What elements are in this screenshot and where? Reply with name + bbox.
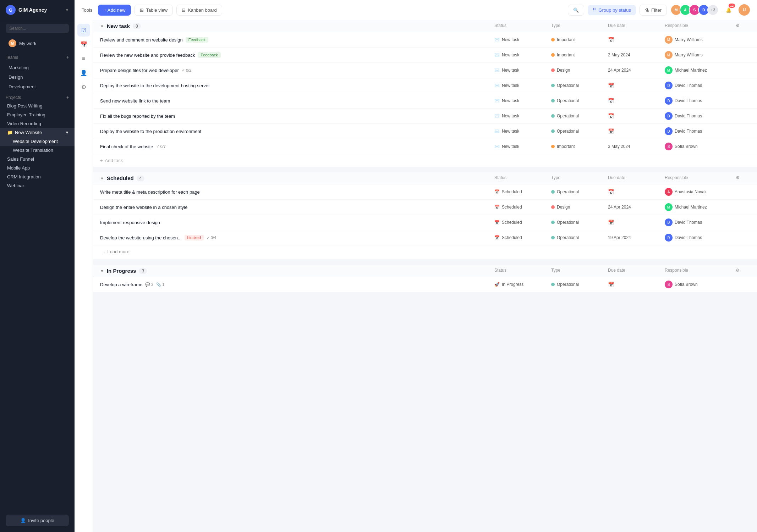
- col-due-date: Due date: [608, 23, 665, 29]
- table-row[interactable]: Final check of the website ✓ 0/7 ✉️New t…: [93, 139, 757, 154]
- search-input[interactable]: [6, 24, 69, 33]
- load-more-button[interactable]: ↓ Load more: [93, 245, 757, 259]
- table-row[interactable]: Design the entire website in a chosen st…: [93, 200, 757, 215]
- teams-section-header[interactable]: Teams +: [6, 54, 69, 61]
- col-settings[interactable]: ⚙: [736, 23, 750, 29]
- table-row[interactable]: Fix all the bugs reported by the team ✉️…: [93, 109, 757, 124]
- type-dot: [551, 205, 555, 209]
- col-status: Status: [494, 268, 551, 274]
- sidebar-item-development[interactable]: Development: [0, 82, 75, 92]
- projects-section-header: Projects +: [0, 92, 75, 101]
- add-team-icon[interactable]: +: [66, 55, 69, 60]
- status-icon: 📅: [494, 220, 500, 225]
- type-dot: [551, 38, 555, 41]
- project-website-development[interactable]: Website Development: [0, 137, 75, 146]
- project-mobile-app[interactable]: Mobile App: [0, 164, 75, 172]
- in-progress-section: ▼ In Progress 3 Status Type Due date Res…: [93, 265, 757, 292]
- person-icon[interactable]: 👤: [77, 66, 90, 79]
- table-row[interactable]: Write meta title & meta description for …: [93, 184, 757, 200]
- sidebar-item-marketing[interactable]: Marketing: [0, 63, 75, 72]
- project-new-website[interactable]: 📁 New Website ▼: [0, 128, 75, 137]
- settings-icon[interactable]: ⚙: [77, 81, 90, 93]
- table-view-button[interactable]: ⊞ Table view: [135, 5, 173, 16]
- type-dot: [551, 114, 555, 118]
- col-settings[interactable]: ⚙: [736, 268, 750, 274]
- filter-button[interactable]: ⚗ Filter: [640, 5, 667, 16]
- add-task-button[interactable]: + Add task: [93, 154, 757, 167]
- avatar: D: [665, 218, 673, 226]
- notifications-button[interactable]: 🔔 12: [722, 4, 735, 16]
- col-status: Status: [494, 23, 551, 29]
- status-icon: 📅: [494, 205, 500, 210]
- chevron-down-icon: ▼: [100, 24, 104, 28]
- type-dot: [551, 145, 555, 148]
- group-by-status-button[interactable]: ⠿ Group by status: [588, 5, 636, 15]
- project-webinar[interactable]: Webinar: [0, 181, 75, 190]
- status-icon: ✉️: [494, 68, 500, 73]
- sidebar-item-label: Website Development: [13, 139, 58, 144]
- my-work-label: My work: [19, 41, 36, 46]
- user-avatar[interactable]: U: [739, 4, 750, 16]
- table-row[interactable]: Develop the website using the chosen... …: [93, 230, 757, 245]
- new-task-section: ▼ New task 8 Status Type Due date Respon…: [93, 20, 757, 167]
- settings-icon: ⚙: [736, 23, 740, 28]
- in-progress-column-headers: ▼ In Progress 3 Status Type Due date Res…: [93, 265, 757, 277]
- group-icon: ⠿: [593, 7, 596, 13]
- sidebar-item-label: CRM Integration: [7, 174, 41, 179]
- project-video-recording[interactable]: Video Recording: [0, 119, 75, 128]
- table-row[interactable]: Deploy the website to the production env…: [93, 124, 757, 139]
- kanban-icon: ⊟: [182, 7, 186, 13]
- add-new-button[interactable]: + Add new: [98, 5, 131, 16]
- tasks-icon[interactable]: ☑: [77, 24, 90, 37]
- search-container: [0, 20, 75, 37]
- sidebar-item-label: New Website: [15, 130, 42, 135]
- avatar: D: [665, 82, 673, 89]
- project-employee-training[interactable]: Employee Training: [0, 110, 75, 119]
- collapse-btn[interactable]: ▼ In Progress 3: [100, 268, 494, 274]
- status-icon: ✉️: [494, 113, 500, 118]
- chevron-down-icon: ▼: [65, 8, 69, 12]
- section-count: 3: [139, 268, 147, 274]
- add-project-icon[interactable]: +: [66, 95, 69, 100]
- project-website-translation[interactable]: Website Translation: [0, 146, 75, 155]
- section-title-new-task: New task: [107, 23, 130, 29]
- collapse-btn[interactable]: ▼ Scheduled 4: [100, 175, 494, 181]
- calendar-icon: 📅: [608, 282, 614, 287]
- table-row[interactable]: Review the new website and provide feedb…: [93, 48, 757, 63]
- collapse-btn[interactable]: ▼ New task 8: [100, 23, 494, 29]
- table-row[interactable]: Review and comment on website design Fee…: [93, 32, 757, 48]
- col-responsible: Responsible: [665, 23, 736, 29]
- status-icon: ✉️: [494, 52, 500, 57]
- status-icon: ✉️: [494, 83, 500, 88]
- kanban-board-button[interactable]: ⊟ Kanban board: [176, 5, 222, 16]
- table-row[interactable]: Deploy the website to the development ho…: [93, 78, 757, 93]
- sidebar-header[interactable]: G GIM Agency ▼: [0, 0, 75, 20]
- search-icon: 🔍: [573, 7, 579, 13]
- project-crm-integration[interactable]: CRM Integration: [0, 172, 75, 181]
- project-blog-post[interactable]: Blog Post Writing: [0, 101, 75, 110]
- table-row[interactable]: Prepare design files for web developer ✓…: [93, 63, 757, 78]
- project-sales-funnel[interactable]: Sales Funnel: [0, 155, 75, 164]
- col-settings[interactable]: ⚙: [736, 175, 750, 181]
- list-icon[interactable]: ≡: [77, 52, 90, 65]
- sidebar-item-design[interactable]: Design: [0, 72, 75, 82]
- invite-people-button[interactable]: 👤 Invite people: [6, 515, 69, 526]
- col-type: Type: [551, 268, 608, 274]
- table-row[interactable]: Implement responsive design 📅Scheduled O…: [93, 215, 757, 230]
- status-icon: ✉️: [494, 37, 500, 42]
- table-row[interactable]: Develop a wireframe 💬 2 📎 1 🚀In Progress…: [93, 277, 757, 292]
- calendar-icon[interactable]: 📅: [77, 38, 90, 51]
- side-icons-panel: ☑ 📅 ≡ 👤 ⚙: [75, 20, 93, 532]
- tag-feedback: Feedback: [198, 52, 220, 58]
- type-dot: [551, 53, 555, 57]
- avatar: M: [665, 36, 673, 44]
- chevron-down-icon: ▼: [65, 131, 69, 134]
- calendar-icon: 📅: [608, 189, 614, 195]
- bell-icon: 🔔: [726, 7, 731, 13]
- type-dot: [551, 84, 555, 87]
- column-headers: ▼ New task 8 Status Type Due date Respon…: [93, 20, 757, 32]
- col-type: Type: [551, 23, 608, 29]
- my-work-item[interactable]: M My work: [3, 37, 72, 50]
- search-button[interactable]: 🔍: [568, 5, 584, 16]
- table-row[interactable]: Send new website link to the team ✉️New …: [93, 93, 757, 109]
